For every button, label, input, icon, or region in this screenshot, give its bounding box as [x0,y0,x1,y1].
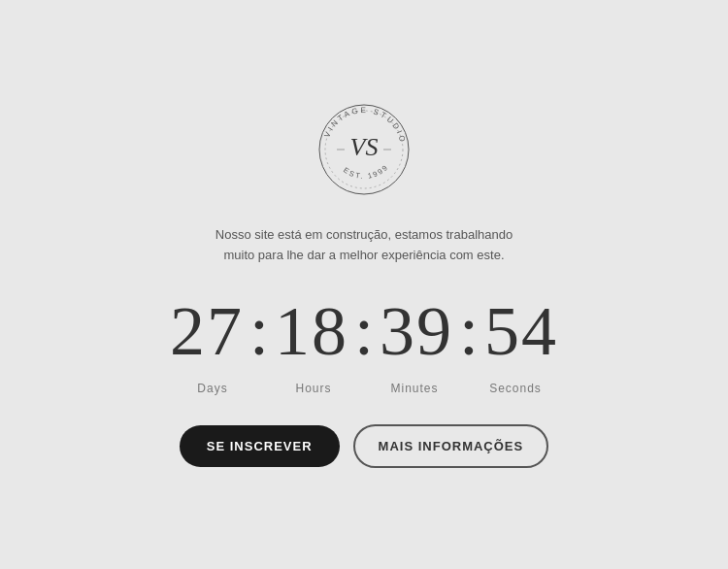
buttons-group: SE INSCREVER MAIS INFORMAÇÕES [180,424,548,468]
label-spacer-1 [251,382,275,395]
countdown-labels: Days Hours Minutes Seconds [174,382,554,395]
tagline-text: Nosso site está em construção, estamos t… [209,225,519,266]
seconds-label: Seconds [477,382,554,395]
svg-text:VS: VS [350,133,379,161]
subscribe-button[interactable]: SE INSCREVER [180,425,340,467]
minutes-label: Minutes [376,382,453,395]
minutes-number: 39 [378,291,455,372]
seconds-number: 54 [482,291,560,372]
countdown-display: 27 : 18 : 39 : 54 [168,291,560,372]
days-number: 27 [168,291,246,372]
separator-3: : [455,296,482,366]
separator-2: : [350,296,378,366]
logo-wrapper: VINTAGE STUDIO EST. 1999 VS [315,101,413,202]
svg-text:EST. 1999: EST. 1999 [342,162,390,181]
logo-svg: VINTAGE STUDIO EST. 1999 VS [315,101,413,198]
more-info-button[interactable]: MAIS INFORMAÇÕES [353,424,549,468]
hours-label: Hours [275,382,352,395]
label-spacer-2 [352,382,376,395]
label-spacer-3 [453,382,477,395]
main-container: VINTAGE STUDIO EST. 1999 VS Nosso site e… [168,101,560,468]
days-label: Days [174,382,251,395]
hours-number: 18 [273,291,350,372]
separator-1: : [246,296,273,366]
